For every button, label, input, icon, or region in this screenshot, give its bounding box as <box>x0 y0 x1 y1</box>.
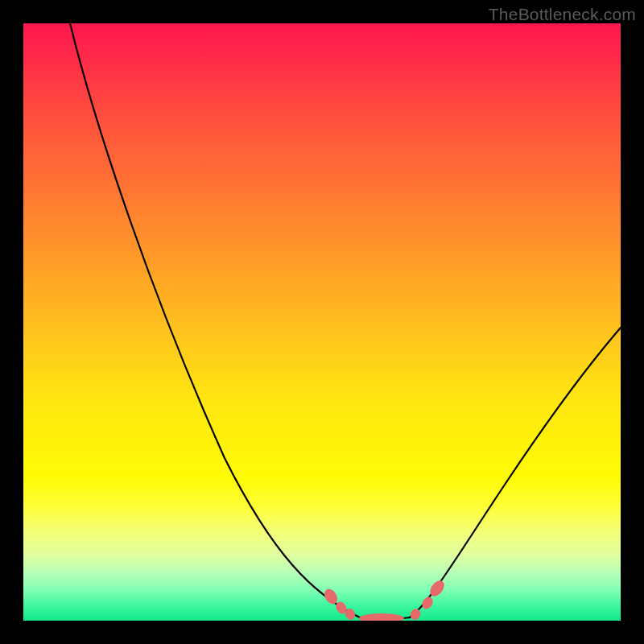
chart-plot-area <box>23 23 621 621</box>
right-curve <box>410 328 621 617</box>
left-curve <box>70 23 360 617</box>
trough-markers-group <box>322 578 448 621</box>
trough-marker <box>419 595 435 611</box>
chart-svg <box>23 23 621 621</box>
trough-marker <box>359 613 404 621</box>
watermark-text: TheBottleneck.com <box>489 5 636 24</box>
